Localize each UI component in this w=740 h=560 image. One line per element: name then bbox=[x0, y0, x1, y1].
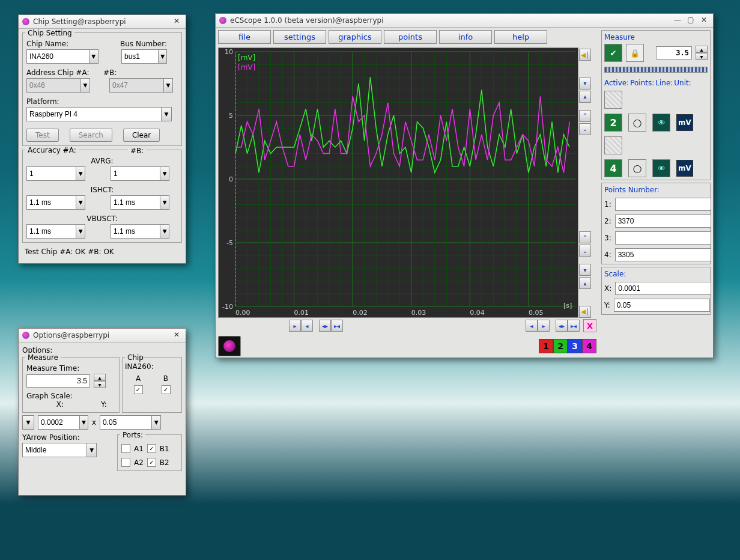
chip-setting-titlebar[interactable]: Chip Setting@raspberrypi ✕ bbox=[19, 15, 186, 29]
channel-4-button[interactable]: 4 bbox=[582, 339, 596, 353]
vbusct-a-select[interactable]: ▼ bbox=[26, 224, 85, 239]
search-button[interactable]: Search bbox=[70, 129, 112, 142]
yarrow-select[interactable]: ▼ bbox=[22, 443, 97, 457]
hscroll-left2-icon[interactable]: ◂ bbox=[526, 320, 538, 332]
address-a-select[interactable]: ▼ bbox=[26, 78, 90, 93]
svg-text:0.02: 0.02 bbox=[353, 309, 368, 317]
marker-left-icon[interactable]: ◀┃ bbox=[579, 49, 591, 61]
yarrow-label: YArrow Position: bbox=[22, 433, 115, 442]
scale-x-input[interactable] bbox=[615, 282, 711, 295]
menu-file[interactable]: file bbox=[218, 30, 271, 44]
record-button[interactable] bbox=[218, 336, 241, 356]
ishct-b-select[interactable]: ▼ bbox=[111, 195, 169, 210]
address-b-select[interactable]: ▼ bbox=[109, 78, 173, 93]
apply-button[interactable]: ✔ bbox=[604, 44, 622, 62]
measure-fieldset: Measure Measure Time: ▴ ▾ Graph Scale: X… bbox=[22, 357, 120, 413]
spin-down-icon[interactable]: ▾ bbox=[94, 381, 106, 388]
vbusct-b-select[interactable]: ▼ bbox=[111, 224, 169, 239]
hzoom-out-icon[interactable]: ▸◂ bbox=[331, 320, 343, 332]
menu-help[interactable]: help bbox=[494, 30, 547, 44]
pn2-label: 2: bbox=[604, 217, 611, 225]
scale-y-input[interactable] bbox=[614, 299, 710, 312]
hzoom-in-icon[interactable]: ◂▸ bbox=[319, 320, 331, 332]
zoom-out-y-icon[interactable]: ⌄ bbox=[579, 123, 591, 135]
chevron-down-icon: ▼ bbox=[86, 443, 96, 457]
graph-scale-label: Graph Scale: bbox=[26, 392, 115, 400]
measure-value-input[interactable] bbox=[656, 46, 692, 59]
marker-left2-icon[interactable]: ◀┃ bbox=[579, 306, 591, 318]
zoom-out-y2-icon[interactable]: ⌄ bbox=[579, 245, 591, 257]
scale-x-prefix[interactable]: ▼ bbox=[22, 415, 34, 430]
zoom-in-y-icon[interactable]: ⌃ bbox=[579, 110, 591, 122]
scroll-up2-icon[interactable]: ▴ bbox=[579, 277, 591, 289]
ch4-unit-badge[interactable]: mV bbox=[676, 160, 693, 177]
channel-1-button[interactable]: 1 bbox=[539, 339, 553, 353]
minimize-icon[interactable]: — bbox=[672, 16, 683, 25]
lock-button[interactable]: 🔒 bbox=[626, 44, 644, 62]
points-col-label: Points: bbox=[630, 79, 654, 87]
hscroll-left-icon[interactable]: ◂ bbox=[301, 320, 313, 332]
scale-x-select[interactable]: ▼ bbox=[38, 415, 88, 430]
spin-up-icon[interactable]: ▴ bbox=[94, 374, 106, 381]
chevron-down-icon: ▼ bbox=[79, 416, 88, 429]
maximize-icon[interactable]: ▢ bbox=[685, 16, 696, 25]
ch3-active-toggle[interactable] bbox=[604, 136, 622, 154]
zoom-in-y2-icon[interactable]: ⌃ bbox=[579, 231, 591, 243]
platform-select[interactable]: ▼ bbox=[26, 107, 172, 121]
scroll-down-icon[interactable]: ▾ bbox=[579, 78, 591, 90]
channel-3-button[interactable]: 3 bbox=[568, 339, 582, 353]
measure-time-input[interactable] bbox=[26, 374, 90, 388]
clear-button[interactable]: Clear bbox=[123, 129, 160, 142]
ch4-points-button[interactable]: ◯ bbox=[628, 159, 646, 177]
ch4-line-button[interactable]: 👁 bbox=[652, 159, 670, 177]
hzoom-out2-icon[interactable]: ▸◂ bbox=[568, 320, 580, 332]
options-titlebar[interactable]: Options@raspberrypi ✕ bbox=[19, 329, 186, 342]
menu-settings[interactable]: settings bbox=[273, 30, 326, 44]
pn3-input[interactable] bbox=[615, 231, 711, 245]
port-a2-checkbox[interactable] bbox=[121, 458, 130, 467]
pn1-label: 1: bbox=[604, 200, 611, 208]
chip-setting-title: Chip Setting@raspberrypi bbox=[33, 15, 126, 28]
avrg-a-select[interactable]: ▼ bbox=[26, 166, 85, 181]
ch2-unit-badge[interactable]: mV bbox=[676, 114, 693, 131]
close-icon[interactable]: ✕ bbox=[171, 17, 182, 26]
ecscope-titlebar[interactable]: eCScope 1.0.0 (beta version)@raspberrypi… bbox=[216, 14, 713, 28]
spin-up-icon[interactable]: ▴ bbox=[696, 46, 708, 53]
pn2-input[interactable] bbox=[615, 215, 711, 228]
chevron-down-icon: ▼ bbox=[151, 416, 160, 429]
scroll-up-icon[interactable]: ▴ bbox=[579, 91, 591, 103]
chip-setting-legend: Chip Setting bbox=[25, 29, 74, 37]
x-cancel-button[interactable]: X bbox=[583, 319, 596, 332]
menu-points[interactable]: points bbox=[384, 30, 437, 44]
test-button[interactable]: Test bbox=[26, 129, 59, 142]
scroll-down2-icon[interactable]: ▾ bbox=[579, 264, 591, 276]
port-b1-checkbox[interactable]: ✓ bbox=[147, 444, 156, 453]
chevron-down-icon: ▼ bbox=[160, 225, 169, 238]
port-a1-checkbox[interactable] bbox=[121, 444, 130, 453]
ishct-a-select[interactable]: ▼ bbox=[26, 195, 85, 210]
menu-info[interactable]: info bbox=[439, 30, 492, 44]
spin-down-icon[interactable]: ▾ bbox=[696, 53, 708, 60]
hscroll-right-icon[interactable]: ▸ bbox=[289, 320, 301, 332]
ch2-points-button[interactable]: ◯ bbox=[628, 114, 646, 132]
hzoom-in2-icon[interactable]: ◂▸ bbox=[556, 320, 568, 332]
avrg-b-select[interactable]: ▼ bbox=[111, 166, 169, 181]
bus-number-select[interactable]: ▼ bbox=[121, 49, 167, 64]
ch4-active-toggle[interactable]: 4 bbox=[604, 159, 622, 177]
pn4-input[interactable] bbox=[615, 248, 711, 261]
chip-a-checkbox[interactable]: ✓ bbox=[134, 385, 143, 394]
ch2-active-toggle[interactable]: 2 bbox=[604, 114, 622, 132]
ch1-active-toggle[interactable] bbox=[604, 91, 622, 109]
scale-y-select[interactable]: ▼ bbox=[100, 415, 161, 430]
channel-2-button[interactable]: 2 bbox=[553, 339, 568, 353]
close-icon[interactable]: ✕ bbox=[171, 330, 182, 340]
hscroll-right2-icon[interactable]: ▸ bbox=[538, 320, 550, 332]
close-icon[interactable]: ✕ bbox=[699, 16, 709, 25]
pn1-input[interactable] bbox=[615, 198, 711, 211]
port-b2-checkbox[interactable]: ✓ bbox=[147, 458, 156, 467]
menu-graphics[interactable]: graphics bbox=[329, 30, 381, 44]
chip-name-select[interactable]: ▼ bbox=[26, 49, 99, 64]
chip-b-checkbox[interactable]: ✓ bbox=[162, 385, 171, 394]
ch2-line-button[interactable]: 👁 bbox=[652, 114, 670, 132]
col-b-label: B bbox=[163, 374, 168, 383]
